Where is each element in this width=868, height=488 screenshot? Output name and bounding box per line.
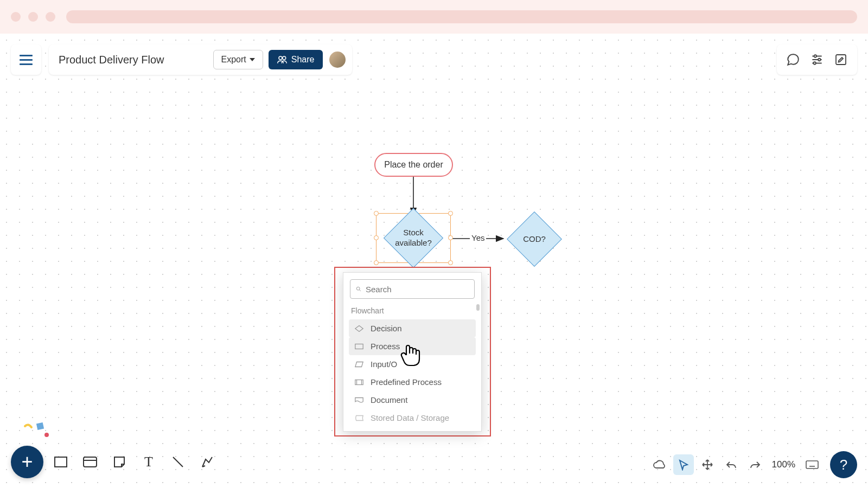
pan-tool[interactable] [697,454,718,475]
comments-button[interactable] [781,48,805,72]
keyboard-icon [805,460,819,470]
share-label: Share [291,55,315,65]
scrollbar-thumb[interactable] [476,304,480,311]
resize-handle[interactable] [448,211,453,216]
svg-point-17 [44,433,49,437]
rectangle-tool[interactable] [49,450,73,474]
undo-button[interactable] [721,454,742,475]
card-tool[interactable] [78,450,102,474]
svg-rect-18 [55,457,67,467]
canvas[interactable]: Product Delivery Flow Export Share [0,34,868,488]
node-start[interactable]: Place the order [374,153,453,177]
text-icon: T [144,454,153,470]
picker-item-input[interactable]: Input/O [349,355,476,373]
export-button[interactable]: Export [213,50,263,69]
svg-rect-22 [806,461,818,468]
note-tool[interactable] [107,450,131,474]
undo-icon [725,460,737,470]
resize-handle[interactable] [448,235,453,240]
shape-picker[interactable]: Flowchart Decision Process Input/O Prede… [343,272,482,432]
bottom-right-toolbar: 100% ? [649,451,857,478]
search-input[interactable] [366,285,469,294]
card-icon [82,456,98,468]
title-bar: Product Delivery Flow Export Share [49,44,352,75]
rect-icon [354,343,364,350]
text-tool[interactable]: T [137,450,161,474]
svg-point-0 [279,56,282,60]
svg-line-21 [173,457,183,467]
picker-item-predefined[interactable]: Predefined Process [349,373,476,391]
parallelogram-icon [354,361,364,368]
cloud-sync-button[interactable] [649,454,670,475]
picker-item-document[interactable]: Document [349,391,476,409]
node-stock[interactable]: Stockavailable? [378,214,449,262]
add-button[interactable]: + [11,446,43,478]
svg-point-5 [814,55,816,57]
edit-button[interactable] [829,48,853,72]
chevron-down-icon [250,58,255,61]
picker-item-process[interactable]: Process [349,337,476,355]
document-icon [354,396,364,404]
svg-rect-8 [836,55,846,65]
svg-rect-19 [84,457,97,467]
export-label: Export [221,55,246,65]
redo-icon [749,460,761,470]
edit-icon [834,53,847,66]
picker-category: Flowchart [343,306,481,319]
help-button[interactable]: ? [830,451,857,478]
pen-icon [200,455,214,469]
diamond-icon [354,325,364,332]
pointer-tool[interactable] [673,454,694,475]
predefined-icon [354,378,364,386]
picker-item-decision[interactable]: Decision [349,319,476,337]
window-dot [46,12,55,22]
bottom-left-toolbar: + T [11,446,219,478]
line-icon [171,455,185,469]
picker-item-storage[interactable]: Stored Data / Storage [349,409,476,427]
document-title[interactable]: Product Delivery Flow [59,54,208,66]
share-button[interactable]: Share [269,50,323,69]
svg-point-6 [818,59,820,61]
redo-button[interactable] [745,454,765,475]
window-dot [28,12,38,22]
keyboard-button[interactable] [802,454,822,475]
note-icon [113,455,126,468]
hamburger-icon [20,55,33,65]
browser-chrome [0,0,868,34]
line-tool[interactable] [166,450,190,474]
sliders-icon [810,53,824,67]
question-icon: ? [840,457,847,473]
pointer-icon [678,459,690,471]
window-dot [11,12,21,22]
menu-button[interactable] [11,44,41,75]
pen-tool[interactable] [195,450,219,474]
search-icon [356,285,361,293]
svg-point-7 [814,62,816,64]
edge-label-yes: Yes [470,233,486,242]
chat-icon [786,53,800,67]
zoom-level[interactable]: 100% [769,459,799,470]
sparkle-icon [21,421,51,446]
picker-search[interactable] [350,279,475,299]
resize-handle[interactable] [448,260,453,265]
svg-point-1 [283,56,286,60]
people-icon [277,55,287,64]
rectangle-icon [54,456,68,468]
cloud-icon [653,459,667,470]
move-icon [701,459,713,471]
top-right-toolbar [777,44,857,75]
svg-line-12 [359,290,361,291]
svg-point-11 [356,287,360,290]
address-bar [66,10,857,23]
settings-button[interactable] [805,48,829,72]
storage-icon [354,414,364,422]
plus-icon: + [21,451,33,473]
node-cod[interactable]: COD? [499,215,570,263]
avatar[interactable] [328,50,347,69]
svg-rect-13 [355,344,363,349]
